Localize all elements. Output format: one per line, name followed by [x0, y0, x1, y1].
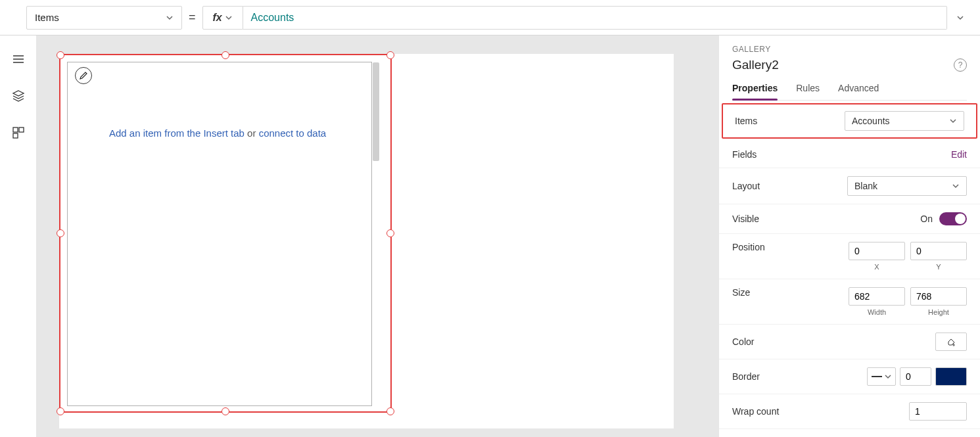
layout-label: Layout — [732, 181, 760, 191]
row-border: Border — [719, 359, 980, 394]
formula-bar: Items = fx Accounts — [0, 0, 980, 35]
y-sublabel: Y — [910, 263, 967, 271]
row-color: Color — [719, 325, 980, 359]
border-color-swatch[interactable] — [935, 367, 967, 386]
hint-or: or — [245, 127, 259, 139]
layout-select[interactable]: Blank — [847, 176, 967, 196]
items-label: Items — [735, 116, 757, 126]
position-label: Position — [732, 242, 765, 252]
resize-handle[interactable] — [386, 229, 394, 237]
items-value: Accounts — [852, 116, 890, 126]
control-name: Gallery2 — [732, 58, 779, 72]
panel-tabs: Properties Rules Advanced — [732, 83, 967, 101]
border-style-select[interactable] — [867, 367, 896, 386]
gallery-frame — [67, 62, 372, 406]
size-height-input[interactable] — [910, 287, 967, 306]
layers-icon[interactable] — [12, 89, 25, 103]
border-label: Border — [732, 371, 760, 382]
svg-rect-1 — [19, 127, 24, 132]
position-y-input[interactable] — [910, 242, 967, 260]
resize-handle[interactable] — [57, 407, 64, 415]
formula-expression: Accounts — [251, 12, 294, 24]
gallery-hint: Add an item from the Insert tab or conne… — [109, 127, 326, 139]
chevron-down-icon — [884, 373, 892, 380]
chevron-down-icon — [166, 14, 174, 22]
property-selector[interactable]: Items — [26, 6, 182, 30]
wrap-count-label: Wrap count — [732, 406, 779, 417]
resize-handle[interactable] — [386, 407, 394, 415]
height-sublabel: Height — [910, 308, 967, 316]
fields-label: Fields — [732, 149, 757, 160]
properties-panel: GALLERY Gallery2 ? Properties Rules Adva… — [718, 35, 980, 437]
visible-label: Visible — [732, 214, 759, 224]
pencil-icon — [79, 71, 88, 80]
tab-properties[interactable]: Properties — [732, 83, 778, 100]
border-width-input[interactable] — [900, 367, 931, 386]
resize-handle[interactable] — [222, 407, 229, 415]
formula-input[interactable]: Accounts — [243, 6, 947, 30]
items-select[interactable]: Accounts — [845, 111, 964, 131]
tab-rules[interactable]: Rules — [796, 83, 820, 100]
size-label: Size — [732, 287, 750, 298]
chevron-down-icon — [949, 117, 957, 125]
color-label: Color — [732, 336, 754, 347]
row-visible: Visible On — [719, 204, 980, 234]
row-layout: Layout Blank — [719, 168, 980, 204]
resize-handle[interactable] — [386, 51, 394, 59]
tab-advanced[interactable]: Advanced — [838, 83, 879, 100]
canvas-page[interactable]: Add an item from the Insert tab or conne… — [59, 54, 674, 428]
paintbucket-icon — [946, 337, 956, 346]
visible-state: On — [920, 214, 933, 224]
canvas-area[interactable]: Add an item from the Insert tab or conne… — [37, 35, 718, 437]
chevron-down-icon — [952, 182, 960, 190]
resize-handle[interactable] — [57, 51, 64, 59]
equals-label: = — [189, 11, 196, 24]
components-icon[interactable] — [12, 126, 25, 139]
fields-edit-link[interactable]: Edit — [951, 149, 967, 160]
layout-value: Blank — [854, 181, 877, 191]
row-items: Items Accounts — [722, 103, 977, 139]
formula-expand[interactable] — [947, 14, 973, 22]
control-kind: GALLERY — [732, 45, 967, 54]
edit-button[interactable] — [75, 67, 92, 84]
position-x-input[interactable] — [849, 242, 905, 260]
insert-tab-link[interactable]: Add an item from the Insert tab — [109, 127, 245, 139]
wrap-count-input[interactable] — [909, 402, 967, 421]
row-position: Position X Y — [719, 234, 980, 279]
row-size: Size Width Height — [719, 279, 980, 325]
hamburger-icon[interactable] — [12, 53, 25, 66]
gallery-selection[interactable]: Add an item from the Insert tab or conne… — [59, 54, 392, 413]
x-sublabel: X — [849, 263, 905, 271]
size-width-input[interactable] — [849, 287, 905, 306]
color-picker[interactable] — [935, 333, 967, 351]
chevron-down-icon — [225, 14, 233, 22]
width-sublabel: Width — [849, 308, 905, 316]
scrollbar-thumb[interactable] — [373, 62, 379, 161]
property-selector-value: Items — [35, 12, 59, 23]
row-fields: Fields Edit — [719, 141, 980, 168]
svg-rect-0 — [13, 127, 18, 132]
svg-rect-2 — [13, 133, 18, 138]
chevron-down-icon — [956, 14, 964, 22]
help-button[interactable]: ? — [954, 58, 967, 72]
resize-handle[interactable] — [222, 51, 229, 59]
connect-data-link[interactable]: connect to data — [259, 127, 327, 139]
visible-toggle[interactable] — [939, 212, 967, 225]
left-rail — [0, 35, 37, 437]
row-wrap-count: Wrap count — [719, 394, 980, 429]
fx-label: fx — [212, 12, 222, 24]
resize-handle[interactable] — [57, 229, 64, 237]
fx-button[interactable]: fx — [202, 6, 243, 30]
